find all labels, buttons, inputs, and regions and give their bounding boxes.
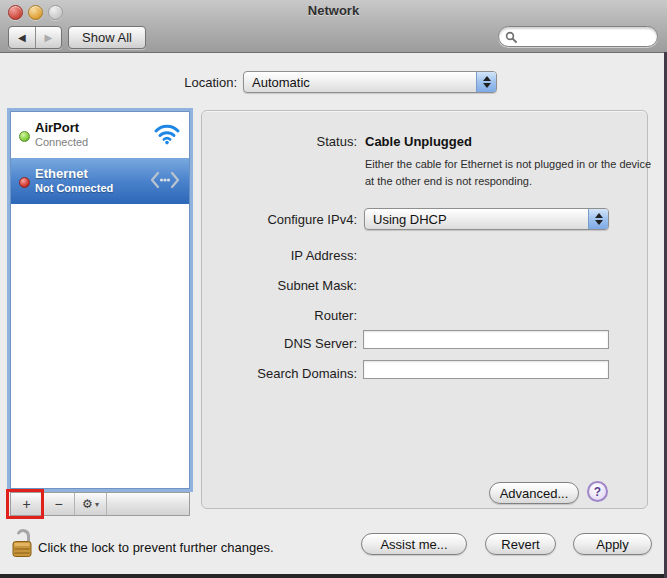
status-description: Either the cable for Ethernet is not plu… <box>365 156 660 189</box>
assist-me-button[interactable]: Assist me... <box>361 533 467 555</box>
revert-button[interactable]: Revert <box>485 533 556 555</box>
dns-server-label: DNS Server: <box>207 336 357 351</box>
caret-down-icon: ▾ <box>95 500 99 509</box>
status-label: Status: <box>207 134 357 149</box>
service-row-airport[interactable]: AirPort Connected <box>11 112 189 158</box>
window-title: Network <box>0 3 667 18</box>
search-input[interactable] <box>521 29 645 45</box>
wifi-icon <box>153 123 181 149</box>
status-value: Cable Unplugged <box>365 134 472 149</box>
window-bottom-edge <box>0 574 667 578</box>
router-label: Router: <box>207 308 357 323</box>
configure-ipv4-label: Configure IPv4: <box>207 212 357 227</box>
configure-ipv4-popup[interactable]: Using DHCP <box>364 208 609 230</box>
status-dot-green <box>19 131 30 142</box>
ethernet-icon <box>149 169 181 195</box>
search-field[interactable] <box>498 26 658 47</box>
annotation-highlight-box <box>6 489 44 519</box>
popup-stepper-icon <box>476 72 496 92</box>
location-popup-value: Automatic <box>244 72 476 92</box>
forward-button: ▶ <box>36 27 62 48</box>
configure-ipv4-value: Using DHCP <box>365 209 588 229</box>
remove-service-button[interactable]: − <box>43 493 75 515</box>
gear-menu-button[interactable]: ⚙▾ <box>75 493 107 515</box>
subnet-mask-label: Subnet Mask: <box>207 278 357 293</box>
dns-server-input[interactable] <box>363 330 609 349</box>
search-icon <box>505 31 517 43</box>
ip-address-label: IP Address: <box>207 248 357 263</box>
help-button[interactable]: ? <box>587 481 608 502</box>
service-name: Ethernet <box>35 166 88 181</box>
service-status: Not Connected <box>35 182 113 194</box>
history-nav: ◀ ▶ <box>8 26 62 49</box>
service-status: Connected <box>35 136 88 148</box>
network-preferences-window: Network ◀ ▶ Show All Location: Automatic… <box>0 0 667 578</box>
window-header: Network ◀ ▶ Show All <box>0 0 667 53</box>
lock-hint-text: Click the lock to prevent further change… <box>38 540 274 555</box>
location-label: Location: <box>120 75 237 90</box>
advanced-button[interactable]: Advanced... <box>489 482 579 504</box>
back-button[interactable]: ◀ <box>9 27 36 48</box>
network-service-list: AirPort Connected Ethernet Not Connected <box>10 111 190 489</box>
popup-stepper-icon <box>588 209 608 229</box>
search-domains-input[interactable] <box>363 360 609 379</box>
status-dot-red <box>19 177 30 188</box>
search-domains-label: Search Domains: <box>207 366 357 381</box>
service-row-ethernet[interactable]: Ethernet Not Connected <box>11 158 189 204</box>
gear-icon: ⚙ <box>82 497 93 511</box>
show-all-button[interactable]: Show All <box>68 26 146 49</box>
service-name: AirPort <box>35 120 79 135</box>
unlocked-padlock-icon[interactable] <box>10 527 34 559</box>
location-popup[interactable]: Automatic <box>243 71 497 93</box>
apply-button[interactable]: Apply <box>573 533 652 555</box>
settings-panel: Status: Cable Unplugged Either the cable… <box>201 110 648 509</box>
